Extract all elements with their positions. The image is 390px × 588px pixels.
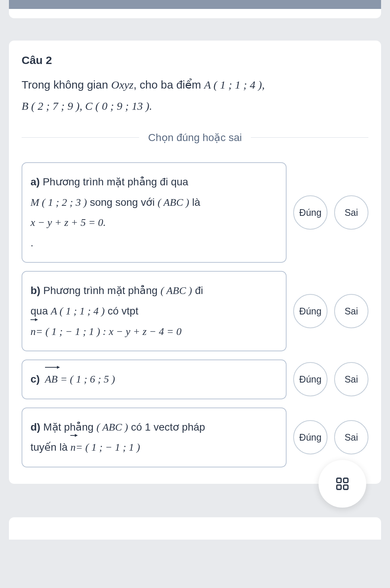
option-a-false-button[interactable]: Sai [334,195,368,230]
prompt-pre: Trong không gian [22,79,111,91]
option-a-label: a) [31,176,40,188]
grid-menu-button[interactable] [319,460,366,508]
option-d-label: d) [31,421,40,433]
question-card: Câu 2 Trong không gian Oxyz, cho ba điểm… [9,41,381,484]
previous-card-edge [9,9,381,18]
top-bar [9,0,381,9]
option-b-row: b) Phương trình mặt phẳng ( ABC ) đi qua… [22,271,368,351]
point-b: B ( 2 ; 7 ; 9 ) [22,100,80,112]
next-card-edge [9,517,381,540]
option-c-false-button[interactable]: Sai [334,362,368,396]
option-c-label: c) [31,373,40,385]
vector-ab-icon: AB [45,369,58,390]
option-c-eq: = ( 1 ; 6 ; 5 ) [58,373,115,385]
option-b-true-button[interactable]: Đúng [293,294,327,328]
option-b-false-button[interactable]: Sai [334,294,368,328]
option-a-true-button[interactable]: Đúng [293,195,327,230]
space-name: Oxyz [111,79,134,91]
option-a-m: M ( 1 ; 2 ; 3 ) [31,196,87,208]
option-a-box: a) Phương trình mặt phẳng đi qua M ( 1 ;… [22,162,287,263]
option-a-row: a) Phương trình mặt phẳng đi qua M ( 1 ;… [22,162,368,263]
option-d-row: d) Mặt phẳng ( ABC ) có 1 vectơ pháp tuy… [22,408,368,467]
question-body: Trong không gian Oxyz, cho ba điểm A ( 1… [22,74,368,116]
vector-n2-icon: n [70,437,76,458]
grid-icon [335,476,350,491]
option-d-true-button[interactable]: Đúng [293,420,327,454]
option-b-label: b) [31,285,40,296]
option-d-eq: = ( 1 ; − 1 ; 1 ) [76,441,140,453]
option-d-false-button[interactable]: Sai [334,420,368,454]
point-a: A ( 1 ; 1 ; 4 ) [204,79,262,91]
option-b-box: b) Phương trình mặt phẳng ( ABC ) đi qua… [22,271,287,351]
svg-rect-2 [337,485,341,489]
option-c-box: c) AB = ( 1 ; 6 ; 5 ) [22,359,287,399]
option-a-eq: x − y + z + 5 = 0. [31,217,106,228]
prompt-mid: , cho ba điểm [134,79,204,91]
svg-rect-1 [343,478,348,483]
svg-rect-0 [337,478,341,483]
svg-rect-3 [343,485,348,489]
option-c-true-button[interactable]: Đúng [293,362,327,396]
point-c: C ( 0 ; 9 ; 13 ) [85,100,149,112]
instruction-divider: Chọn đúng hoặc sai [22,131,368,144]
option-c-row: c) AB = ( 1 ; 6 ; 5 ) Đúng Sai [22,359,368,399]
option-b-eq: = ( 1 ; − 1 ; 1 ) : x − y + z − 4 = 0 [36,326,182,337]
instruction-text: Chọn đúng hoặc sai [139,131,251,144]
question-title: Câu 2 [22,54,368,67]
vector-n-icon: n [31,322,36,342]
option-d-box: d) Mặt phẳng ( ABC ) có 1 vectơ pháp tuy… [22,408,287,467]
